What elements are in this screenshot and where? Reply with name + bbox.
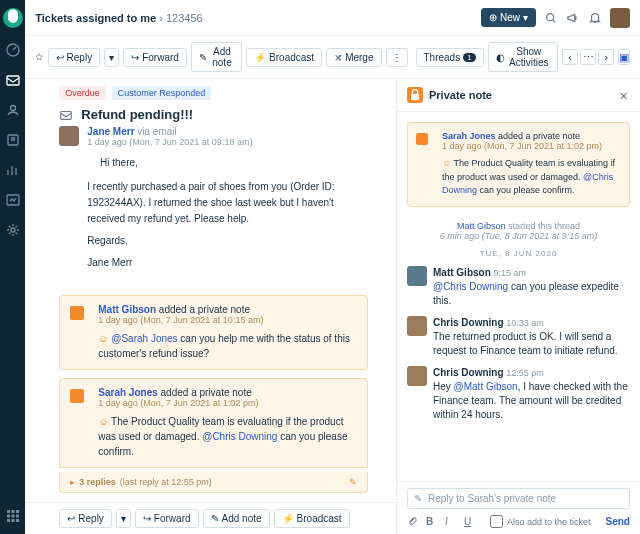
reply-dropdown-bottom[interactable]: ▾: [116, 509, 131, 528]
avatar[interactable]: [407, 366, 427, 386]
note-icon: [70, 306, 84, 320]
forward-button[interactable]: ↪ Forward: [123, 48, 187, 67]
sender-avatar[interactable]: [59, 126, 79, 146]
header: Tickets assigned to me › 123456 ⊕ New ▾: [25, 0, 640, 36]
svg-rect-12: [7, 519, 10, 522]
search-icon[interactable]: [544, 11, 558, 25]
expand-icon[interactable]: ▣: [618, 49, 630, 65]
analytics-icon[interactable]: [5, 192, 21, 208]
italic-icon[interactable]: I: [445, 516, 456, 527]
svg-rect-11: [16, 515, 19, 518]
reply-button-bottom[interactable]: ↩ Reply: [59, 509, 112, 528]
show-activities-button[interactable]: ◐ Show Activities: [488, 42, 558, 72]
panel-source-note: Sarah Jones added a private note 1 day a…: [407, 122, 630, 207]
merge-button[interactable]: ⤨ Merge: [326, 48, 381, 67]
svg-rect-7: [11, 510, 14, 513]
ticket-timestamp: 1 day ago (Mon, 7 Jun 2021 at 09:18 am): [87, 137, 252, 147]
attach-icon[interactable]: [407, 516, 418, 527]
sender-name[interactable]: Jane Merr: [87, 126, 134, 137]
avatar[interactable]: [407, 316, 427, 336]
svg-rect-16: [61, 111, 72, 119]
action-toolbar: ↩ Reply ▾ ↪ Forward ✎ Add note ⚡ Broadca…: [25, 36, 640, 79]
svg-rect-8: [16, 510, 19, 513]
svg-rect-1: [7, 76, 19, 85]
thread-message: Chris Downing 12:55 pmHey @Matt Gibson, …: [397, 362, 640, 426]
envelope-icon: [59, 108, 73, 122]
avatar[interactable]: [407, 266, 427, 286]
new-button[interactable]: ⊕ New ▾: [481, 8, 536, 27]
contacts-icon[interactable]: [5, 102, 21, 118]
close-icon[interactable]: ✕: [619, 90, 630, 101]
svg-point-2: [10, 106, 15, 111]
thread-started: Matt Gibson started this thread 6 min ag…: [397, 217, 640, 245]
add-note-button[interactable]: ✎ Add note: [191, 42, 242, 72]
broadcast-button-bottom[interactable]: ⚡ Broadcast: [274, 509, 350, 528]
more-button[interactable]: ⋮: [386, 48, 408, 67]
tag-customer-responded: Customer Responded: [112, 86, 212, 100]
star-icon[interactable]: [35, 51, 43, 63]
private-note-1: Matt Gibson added a private note 1 day a…: [59, 295, 368, 370]
tag-overdue: Overdue: [59, 86, 106, 100]
svg-rect-14: [16, 519, 19, 522]
reports-icon[interactable]: [5, 162, 21, 178]
date-separator: TUE, 8 JUN 2020: [397, 245, 640, 262]
threads-button[interactable]: Threads 1: [416, 48, 484, 67]
private-note-2: Sarah Jones added a private note 1 day a…: [59, 378, 368, 468]
svg-rect-13: [11, 519, 14, 522]
admin-icon[interactable]: [5, 222, 21, 238]
bold-icon[interactable]: B: [426, 516, 437, 527]
avatar[interactable]: [610, 8, 630, 28]
tickets-icon[interactable]: [5, 72, 21, 88]
bell-icon[interactable]: [588, 11, 602, 25]
compose-area: ✎Reply to Sarah's private note B I U Als…: [397, 481, 640, 534]
svg-point-15: [547, 13, 554, 20]
replies-toggle[interactable]: ▸ 3 replies (last reply at 12:55 pm) ✎: [59, 472, 368, 493]
dashboard-icon[interactable]: [5, 42, 21, 58]
underline-icon[interactable]: U: [464, 516, 475, 527]
reply-dropdown[interactable]: ▾: [104, 48, 119, 67]
logo-icon[interactable]: [3, 8, 23, 28]
ticket-body: Hi there, I recently purchased a pair of…: [87, 155, 362, 271]
thread-message: Matt Gibson 9:15 am@Chris Downing can yo…: [397, 262, 640, 312]
svg-rect-9: [7, 515, 10, 518]
prev-button[interactable]: ‹: [562, 49, 578, 65]
apps-icon[interactable]: [5, 508, 21, 524]
add-note-button-bottom[interactable]: ✎ Add note: [203, 509, 270, 528]
note-icon: [70, 389, 84, 403]
thread-panel: Private note ✕ Sarah Jones added a priva…: [396, 79, 640, 534]
megaphone-icon[interactable]: [566, 11, 580, 25]
svg-point-5: [11, 228, 15, 232]
next-button[interactable]: ›: [598, 49, 614, 65]
thread-message: Chris Downing 10:33 amThe returned produ…: [397, 312, 640, 362]
ticket-subject: Refund pending!!!: [81, 107, 193, 122]
conversation-pane: Overdue Customer Responded Refund pendin…: [25, 79, 396, 534]
breadcrumb[interactable]: Tickets assigned to me › 123456: [35, 12, 202, 24]
lock-icon: [407, 87, 423, 103]
svg-rect-6: [7, 510, 10, 513]
svg-rect-18: [411, 94, 419, 101]
panel-title: Private note: [429, 89, 613, 101]
svg-rect-10: [11, 515, 14, 518]
note-icon: [416, 133, 428, 145]
dots-button[interactable]: ⋯: [580, 49, 596, 65]
also-add-checkbox[interactable]: Also add to the ticket: [490, 515, 591, 528]
broadcast-button[interactable]: ⚡ Broadcast: [246, 48, 322, 67]
left-nav: [0, 0, 25, 534]
solutions-icon[interactable]: [5, 132, 21, 148]
reply-button[interactable]: ↩ Reply: [48, 48, 101, 67]
bottom-toolbar: ↩ Reply ▾ ↪ Forward ✎ Add note ⚡ Broadca…: [25, 502, 396, 534]
reply-input[interactable]: ✎Reply to Sarah's private note: [407, 488, 630, 509]
forward-button-bottom[interactable]: ↪ Forward: [135, 509, 199, 528]
send-button[interactable]: Send: [606, 516, 630, 527]
